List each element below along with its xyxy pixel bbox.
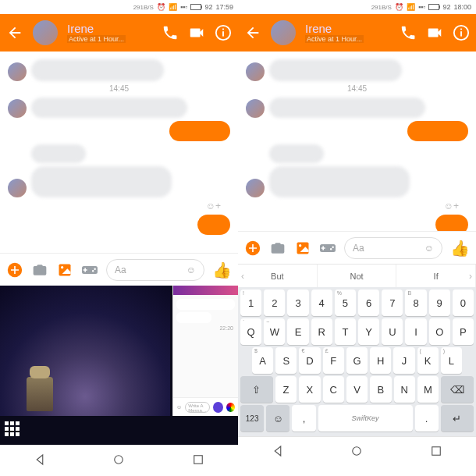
call-icon[interactable] [400,24,417,41]
key-8[interactable]: 8B [405,290,426,316]
gallery-icon[interactable] [56,261,73,279]
key-w[interactable]: W~ [264,318,285,345]
key-i[interactable]: I [405,318,426,345]
msg-bubble-out[interactable] [435,215,468,231]
avatar[interactable] [33,20,58,45]
nav-recent-icon[interactable] [191,453,205,470]
key-q[interactable]: Q` [240,318,261,345]
key-shift[interactable]: ⇧ [240,376,273,403]
reaction-icon[interactable]: ☺+ [246,201,468,211]
camera-icon[interactable] [31,261,48,279]
contact-name[interactable]: Irene [305,23,364,36]
games-icon[interactable] [319,240,336,257]
key-4[interactable]: 4 [311,290,332,316]
add-icon[interactable] [244,240,261,257]
key-k[interactable]: K( [417,347,439,374]
key-d[interactable]: D€ [299,347,320,374]
chat-area[interactable]: 14:45 ☺+ [0,52,238,253]
key-s[interactable]: S [275,347,297,374]
gallery-icon[interactable] [294,240,311,257]
key-m[interactable]: M [417,376,439,403]
info-icon[interactable] [215,24,232,41]
key-7[interactable]: 7 [382,290,403,316]
nav-home-icon[interactable] [350,444,364,461]
app-grid-icon[interactable] [5,421,22,439]
key-n[interactable]: N [394,376,415,403]
call-icon[interactable] [162,24,179,41]
key-6[interactable]: 6 [358,290,379,316]
msg-bubble-in[interactable] [31,98,187,118]
key-x[interactable]: X [299,376,320,403]
key-1[interactable]: 1! [240,290,261,316]
key-o[interactable]: O [429,318,450,345]
status-battery: 92 [442,3,450,11]
key-r[interactable]: R [311,318,332,345]
key-u[interactable]: U [382,318,403,345]
nav-back-icon[interactable] [271,444,285,461]
msg-bubble-in[interactable] [31,144,86,163]
message-input[interactable]: Aa☺ [106,259,204,281]
key-b[interactable]: B [370,376,391,403]
info-icon[interactable] [453,24,470,41]
app-card-1[interactable] [0,286,170,416]
key-y[interactable]: Y [358,318,379,345]
recent-apps-view[interactable]: 22:20 ☺ Write A Messa… [0,286,238,445]
suggestion-3[interactable]: If [396,265,476,287]
msg-bubble-in[interactable] [31,59,164,81]
key-5[interactable]: 5% [335,290,356,316]
key-f[interactable]: F£ [323,347,344,374]
video-icon[interactable] [426,24,443,41]
thumbs-up-icon[interactable]: 👍 [450,239,470,258]
suggestion-2[interactable]: Not [318,265,397,287]
key-l[interactable]: L) [441,347,462,374]
key-e[interactable]: E [287,318,308,345]
key-c[interactable]: C [323,376,344,403]
key-0[interactable]: 0 [453,290,474,316]
avatar[interactable] [271,20,296,45]
app-card-2[interactable]: 22:20 ☺ Write A Messa… [172,286,238,416]
key-comma[interactable]: , [292,405,315,432]
key-g[interactable]: G [346,347,368,374]
key-v[interactable]: V [346,376,368,403]
msg-bubble-out[interactable] [197,215,230,235]
key-enter[interactable]: ↵ [441,405,474,432]
msg-bubble-out[interactable] [169,121,230,141]
msg-bubble-in[interactable] [269,166,410,197]
key-3[interactable]: 3 [287,290,308,316]
emoji-picker-icon[interactable]: ☺ [186,265,196,275]
key-backspace[interactable]: ⌫ [441,376,474,403]
key-period[interactable]: . [415,405,439,432]
thumbs-up-icon[interactable]: 👍 [212,261,232,279]
chat-area[interactable]: 14:45 ☺+ [238,52,476,231]
back-icon[interactable] [6,24,23,41]
key-emoji[interactable]: ☺ [266,405,290,432]
key-2[interactable]: 2 [264,290,285,316]
emoji-picker-icon[interactable]: ☺ [424,243,434,254]
message-input[interactable]: Aa☺ [344,237,442,259]
nav-home-icon[interactable] [112,453,126,470]
msg-bubble-in[interactable] [269,59,402,81]
camera-icon[interactable] [269,240,286,257]
key-h[interactable]: H [370,347,391,374]
msg-bubble-out[interactable] [407,121,468,141]
msg-bubble-in[interactable] [31,166,172,197]
key-numbers[interactable]: 123 [240,405,264,432]
video-icon[interactable] [188,24,205,41]
contact-name[interactable]: Irene [67,23,126,36]
back-icon[interactable] [244,24,261,41]
key-9[interactable]: 9 [429,290,450,316]
games-icon[interactable] [81,261,98,279]
msg-bubble-in[interactable] [269,98,425,118]
key-t[interactable]: T [335,318,356,345]
key-a[interactable]: A$ [252,347,273,374]
nav-recent-icon[interactable] [429,444,443,461]
reaction-icon[interactable]: ☺+ [8,201,230,211]
key-p[interactable]: P [453,318,474,345]
suggestion-1[interactable]: But [238,265,318,287]
add-icon[interactable] [6,261,23,279]
key-space[interactable]: SwiftKey [318,405,413,432]
msg-bubble-in[interactable] [269,144,324,163]
nav-back-icon[interactable] [33,453,47,470]
key-j[interactable]: J [393,347,414,374]
key-z[interactable]: Z [275,376,297,403]
